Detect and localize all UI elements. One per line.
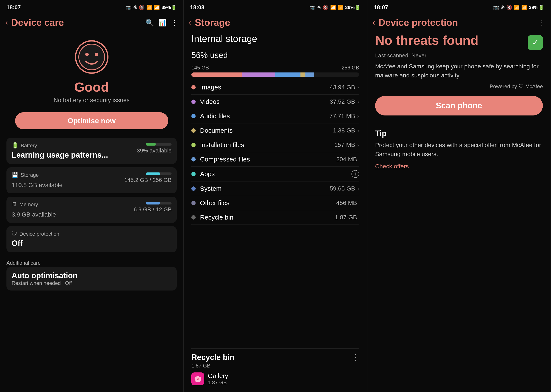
info-icon-apps[interactable]: i — [351, 170, 359, 178]
device-prot-status: Off — [12, 239, 172, 248]
recycle-section: Recycle bin 1.87 GB ⋮ 🌸 Gallery 1.87 GB — [191, 348, 359, 390]
wifi-icon-2: 📶 — [330, 5, 336, 10]
additional-care-label: Additional care — [7, 258, 177, 267]
page-title-3: Device protection — [379, 17, 538, 28]
memory-card[interactable]: 🗓 Memory 3.9 GB available 6.9 GB / 12 GB — [7, 197, 177, 223]
bluetooth-icon-2: ✳ — [317, 5, 321, 10]
memory-label: 🗓 Memory — [12, 201, 56, 208]
chevron-videos: › — [357, 98, 359, 105]
chevron-images: › — [357, 84, 359, 91]
signal-icon-2: 📶 — [338, 5, 343, 10]
bar-other — [305, 72, 314, 77]
status-icons-3: 📷 ✳ 🔇 📶 📶 39%🔋 — [493, 5, 544, 10]
nav-icons-1: 🔍 📊 ⋮ — [145, 19, 178, 27]
status-bar-1: 18:07 📷 ✳ 🔇 📶 📶 39%🔋 — [0, 0, 183, 14]
camera-icon-3: 📷 — [493, 5, 499, 10]
panel-storage: 18:08 📷 ✳ 🔇 📶 📶 39%🔋 ‹ Storage Internal … — [184, 0, 367, 392]
mute-icon: 🔇 — [139, 5, 145, 10]
battery-progress — [146, 143, 172, 146]
auto-optimisation-card[interactable]: Auto optimisation Restart when needed : … — [7, 267, 177, 291]
gallery-item[interactable]: 🌸 Gallery 1.87 GB — [191, 372, 359, 385]
chart-icon[interactable]: 📊 — [158, 19, 167, 27]
bar-audio — [275, 72, 301, 77]
storage-item-other[interactable]: Other files 456 MB — [191, 196, 359, 210]
search-icon[interactable]: 🔍 — [145, 19, 154, 27]
status-bar-2: 18:08 📷 ✳ 🔇 📶 📶 39%🔋 — [184, 0, 367, 14]
storage-item-docs[interactable]: Documents 1.38 GB › — [191, 123, 359, 138]
storage-item-install[interactable]: Installation files 157 MB › — [191, 138, 359, 152]
chevron-docs: › — [357, 127, 359, 134]
mcafee-powered: Powered by 🛡 McAfee — [375, 84, 543, 90]
tip-text: Protect your other devices with a specia… — [375, 141, 543, 159]
check-offers-link[interactable]: Check offers — [375, 163, 409, 170]
top-nav-1: ‹ Device care 🔍 📊 ⋮ — [0, 14, 183, 31]
device-prot-label: 🛡 Device protection — [12, 231, 172, 237]
camera-icon-2: 📷 — [309, 5, 315, 10]
auto-opt-title: Auto optimisation — [12, 271, 172, 280]
back-button-2[interactable]: ‹ — [189, 18, 191, 27]
storage-item-system[interactable]: System 59.65 GB › — [191, 182, 359, 196]
scan-phone-button[interactable]: Scan phone — [375, 96, 543, 115]
last-scanned: Last scanned: Never — [375, 52, 543, 59]
battery-label: 🔋 Battery — [12, 142, 108, 149]
mute-icon-3: 🔇 — [506, 5, 512, 10]
storage-progress — [146, 172, 172, 175]
mute-icon-2: 🔇 — [323, 5, 329, 10]
storage-bar-labels: 145 GB 256 GB — [191, 65, 359, 71]
recycle-size: 1.87 GB — [191, 363, 234, 369]
chevron-system: › — [357, 185, 359, 192]
recycle-title: Recycle bin — [191, 353, 234, 362]
dot-docs — [191, 128, 196, 133]
storage-item-recycle[interactable]: Recycle bin 1.87 GB — [191, 210, 359, 225]
recycle-more-button[interactable]: ⋮ — [351, 353, 359, 362]
shield-icon: 🛡 — [12, 231, 17, 237]
wifi-icon: 📶 — [146, 5, 152, 10]
chevron-install: › — [357, 142, 359, 148]
storage-item-apps[interactable]: Apps i — [191, 167, 359, 182]
protection-desc: McAfee and Samsung keep your phone safe … — [375, 62, 543, 80]
status-time-3: 18:07 — [374, 4, 388, 11]
dot-other — [191, 201, 196, 205]
good-label: Good — [74, 79, 109, 95]
storage-item-audio[interactable]: Audio files 77.71 MB › — [191, 109, 359, 123]
dot-system — [191, 186, 196, 191]
back-button-3[interactable]: ‹ — [372, 18, 375, 27]
optimise-button[interactable]: Optimise now — [15, 112, 168, 129]
gallery-icon: 🌸 — [191, 372, 204, 385]
svg-point-3 — [95, 53, 98, 56]
top-nav-2: ‹ Storage — [184, 14, 367, 31]
signal-icon-3: 📶 — [521, 5, 527, 10]
back-button-1[interactable]: ‹ — [5, 18, 8, 27]
no-threats-section: No threats found ✓ — [375, 33, 543, 50]
storage-item-videos[interactable]: Videos 37.52 GB › — [191, 95, 359, 109]
status-time-2: 18:08 — [190, 4, 204, 11]
nav-icons-3: ⋮ — [538, 19, 545, 27]
no-threats-text: No threats found — [375, 33, 524, 48]
status-icons-2: 📷 ✳ 🔇 📶 📶 39%🔋 — [309, 5, 360, 10]
dot-install — [191, 143, 196, 147]
chevron-audio: › — [357, 113, 359, 119]
battery-text-2: 39%🔋 — [345, 5, 360, 10]
status-bar-3: 18:07 📷 ✳ 🔇 📶 📶 39%🔋 — [367, 0, 551, 14]
storage-item-images[interactable]: Images 43.94 GB › — [191, 80, 359, 95]
storage-title: 110.8 GB available — [12, 180, 63, 189]
bar-label-right: 256 GB — [342, 65, 359, 71]
storage-item-compressed[interactable]: Compressed files 204 MB — [191, 152, 359, 167]
more-icon-3[interactable]: ⋮ — [538, 19, 545, 27]
camera-icon: 📷 — [126, 5, 131, 10]
device-protection-card[interactable]: 🛡 Device protection Off — [7, 226, 177, 252]
battery-card: 🔋 Battery Learning usage patterns... 39%… — [7, 138, 177, 164]
panel-device-care: 18:07 📷 ✳ 🔇 📶 📶 39%🔋 ‹ Device care 🔍 📊 ⋮ — [0, 0, 184, 392]
storage-card[interactable]: 💾 Storage 110.8 GB available 145.2 GB / … — [7, 167, 177, 193]
smiley-icon — [74, 40, 109, 74]
tip-section: Tip Protect your other devices with a sp… — [375, 129, 543, 170]
internal-storage-title: Internal storage — [191, 33, 359, 44]
page-title-2: Storage — [195, 17, 362, 28]
gallery-name: Gallery — [208, 372, 228, 379]
mcafee-logo: 🛡 McAfee — [519, 84, 543, 90]
dot-images — [191, 85, 196, 90]
battery-text-3: 39%🔋 — [529, 5, 544, 10]
battery-text-1: 39%🔋 — [161, 5, 177, 10]
memory-progress — [146, 202, 172, 204]
more-icon-1[interactable]: ⋮ — [171, 19, 178, 27]
